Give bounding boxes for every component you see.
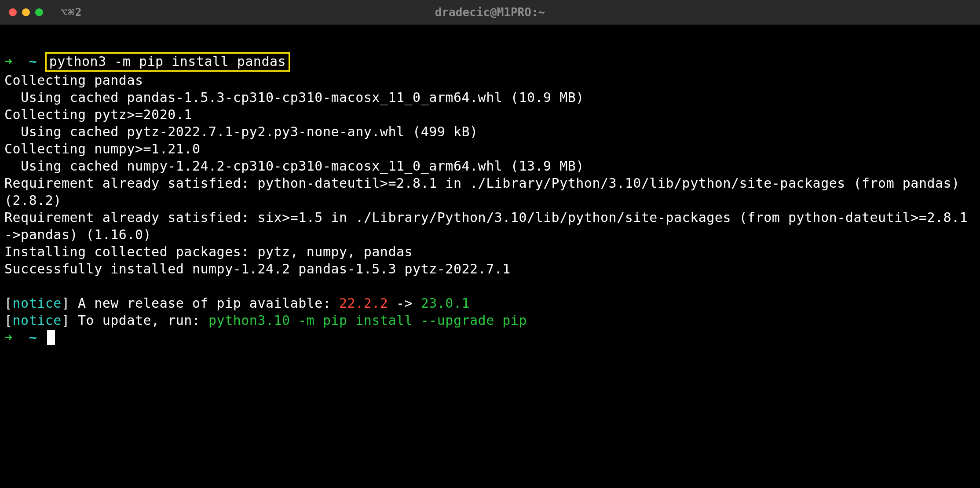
- prompt-cwd: ~: [29, 330, 37, 345]
- terminal-cursor: [47, 330, 55, 345]
- notice-bracket-open: [: [4, 295, 13, 311]
- notice-update-cmd: python3.10 -m pip install --upgrade pip: [208, 313, 527, 328]
- prompt-cwd: ~: [29, 54, 37, 69]
- window-title: dradecic@M1PRO:~: [0, 6, 980, 19]
- prompt-arrow-icon: ➜: [4, 54, 13, 69]
- output-line: Installing collected packages: pytz, num…: [4, 244, 413, 259]
- maximize-window-button[interactable]: [35, 8, 43, 16]
- traffic-lights: [9, 8, 43, 16]
- titlebar-shortcut: ⌥⌘2: [61, 6, 82, 18]
- output-line: Successfully installed numpy-1.24.2 pand…: [4, 261, 511, 277]
- prompt-arrow-icon: ➜: [4, 330, 13, 345]
- notice-bracket-open: [: [4, 313, 13, 328]
- notice-arrow: ->: [388, 295, 421, 311]
- notice-old-version: 22.2.2: [339, 295, 388, 311]
- notice-msg-pre: To update, run:: [70, 313, 209, 328]
- notice-bracket-close: ]: [62, 295, 70, 311]
- notice-bracket-close: ]: [62, 313, 70, 328]
- notice-label: notice: [13, 295, 62, 311]
- notice-new-version: 23.0.1: [421, 295, 470, 311]
- output-line: Requirement already satisfied: python-da…: [4, 175, 968, 208]
- notice-msg-pre: A new release of pip available:: [70, 295, 340, 311]
- output-line: Collecting pandas: [4, 73, 143, 88]
- output-line: Requirement already satisfied: six>=1.5 …: [4, 210, 968, 242]
- output-line: Using cached pandas-1.5.3-cp310-cp310-ma…: [4, 90, 584, 105]
- output-line: Using cached numpy-1.24.2-cp310-cp310-ma…: [4, 158, 584, 174]
- output-line: Using cached pytz-2022.7.1-py2.py3-none-…: [4, 124, 478, 139]
- minimize-window-button[interactable]: [22, 8, 30, 16]
- close-window-button[interactable]: [9, 8, 17, 16]
- window-titlebar: ⌥⌘2 dradecic@M1PRO:~: [0, 0, 980, 25]
- output-line: Collecting pytz>=2020.1: [4, 107, 192, 122]
- notice-label: notice: [13, 313, 62, 328]
- terminal-output[interactable]: ➜ ~ python3 -m pip install pandas Collec…: [0, 25, 980, 350]
- highlighted-command: python3 -m pip install pandas: [45, 52, 290, 72]
- output-line: Collecting numpy>=1.21.0: [4, 141, 200, 157]
